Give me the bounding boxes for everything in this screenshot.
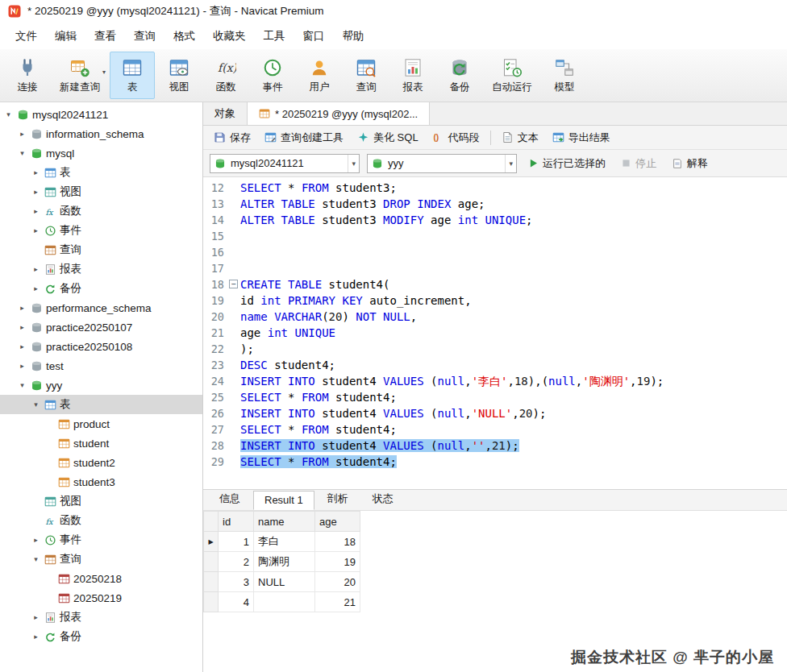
tree-expand-arrow[interactable]: ▾ (17, 381, 27, 389)
grid-cell[interactable]: 陶渊明 (254, 552, 315, 572)
tree-item[interactable]: ▸备份 (0, 627, 202, 646)
result-tab[interactable]: 剖析 (316, 488, 360, 510)
grid-cell[interactable]: 19 (315, 552, 360, 572)
tree-item[interactable]: ▸practice20250107 (0, 317, 202, 337)
toolbar-button[interactable]: 查询 (344, 52, 389, 99)
tree-item[interactable]: ▾查询 (0, 550, 202, 569)
editor-line[interactable]: 26INSERT INTO student4 VALUES (null,'NUL… (203, 405, 787, 421)
tree-item[interactable]: product (0, 414, 202, 433)
tree-expand-arrow[interactable]: ▸ (31, 265, 41, 273)
menu-item[interactable]: 格式 (164, 25, 204, 48)
grid-column-header[interactable]: age (315, 512, 360, 532)
toolbar-button[interactable]: 模型 (542, 52, 587, 99)
tree-expand-arrow[interactable]: ▾ (3, 110, 14, 118)
toolbar-button[interactable]: 备份 (437, 52, 482, 99)
tree-item[interactable]: ▸备份 (0, 279, 202, 298)
editor-line[interactable]: 28INSERT INTO student4 VALUES (null,'',2… (203, 438, 787, 454)
menu-item[interactable]: 文件 (6, 25, 46, 48)
tree-item[interactable]: ▾表 (0, 395, 202, 414)
query-toolbar-button[interactable]: 文本 (495, 127, 545, 148)
menu-item[interactable]: 帮助 (334, 25, 373, 48)
tree-expand-arrow[interactable]: ▾ (17, 149, 27, 157)
query-toolbar-button[interactable]: 美化 SQL (351, 127, 425, 148)
editor-line[interactable]: 13ALTER TABLE student3 DROP INDEX age; (203, 196, 787, 212)
toolbar-button[interactable]: 事件 (250, 52, 295, 99)
tree-expand-arrow[interactable]: ▸ (31, 226, 41, 234)
tree-expand-arrow[interactable]: ▸ (31, 613, 41, 621)
connection-select[interactable]: mysql20241121 ▾ (210, 154, 360, 173)
tree-item[interactable]: ▸performance_schema (0, 298, 202, 317)
editor-line[interactable]: 12SELECT * FROM student3; (203, 180, 787, 196)
tree-item[interactable]: student3 (0, 472, 202, 492)
tree-item[interactable]: 查询 (0, 240, 202, 259)
editor-line[interactable]: 17 (203, 260, 787, 276)
tree-item[interactable]: ▾mysql20241121 (0, 105, 202, 124)
chevron-down-icon[interactable]: ▾ (102, 68, 106, 76)
document-tab[interactable]: 对象 (203, 102, 248, 125)
result-tab[interactable]: 状态 (361, 488, 405, 510)
toolbar-button[interactable]: 连接 (5, 52, 50, 99)
run-selected-button[interactable]: 运行已选择的 (524, 154, 610, 173)
database-select[interactable]: yyy ▾ (367, 154, 517, 173)
editor-line[interactable]: 19id int PRIMARY KEY auto_increment, (203, 292, 787, 309)
tree-item[interactable]: fx函数 (0, 511, 202, 530)
document-tab[interactable]: * 20250219 @yyy (mysql202... (248, 102, 430, 125)
tree-item[interactable]: 视图 (0, 492, 202, 511)
grid-column-header[interactable]: name (254, 512, 315, 532)
stop-button[interactable]: 停止 (617, 154, 660, 173)
query-toolbar-button[interactable]: 查询创建工具 (258, 127, 350, 148)
toolbar-button[interactable]: 报表 (390, 52, 435, 99)
tree-expand-arrow[interactable]: ▸ (31, 168, 41, 176)
tree-expand-arrow[interactable]: ▸ (31, 207, 41, 215)
tree-item[interactable]: ▸practice20250108 (0, 337, 202, 356)
tree-item[interactable]: ▸视图 (0, 182, 202, 201)
editor-line[interactable]: 25SELECT * FROM student4; (203, 389, 787, 405)
tree-expand-arrow[interactable]: ▸ (17, 130, 27, 138)
tree-item[interactable]: ▸test (0, 356, 202, 375)
tree-expand-arrow[interactable]: ▸ (17, 362, 27, 370)
grid-cell[interactable]: 18 (315, 532, 360, 552)
grid-cell[interactable]: 李白 (254, 532, 315, 552)
menu-item[interactable]: 收藏夹 (204, 25, 255, 48)
editor-line[interactable]: 20name VARCHAR(20) NOT NULL, (203, 309, 787, 325)
tree-expand-arrow[interactable]: ▸ (17, 304, 27, 312)
editor-line[interactable]: 18−CREATE TABLE student4( (203, 276, 787, 292)
tree-expand-arrow[interactable]: ▸ (31, 188, 41, 196)
grid-row[interactable]: ▶1李白18 (204, 532, 360, 552)
tree-item[interactable]: ▸事件 (0, 221, 202, 240)
query-toolbar-button[interactable]: 导出结果 (546, 127, 617, 148)
tree-expand-arrow[interactable]: ▾ (31, 555, 41, 563)
grid-row[interactable]: 421 (204, 592, 360, 612)
grid-row[interactable]: 3NULL20 (204, 572, 360, 592)
toolbar-button[interactable]: 新建查询▾ (52, 52, 108, 99)
tree-item[interactable]: ▸报表 (0, 259, 202, 279)
grid-cell[interactable] (254, 592, 315, 612)
grid-cell[interactable]: 20 (315, 572, 360, 592)
toolbar-button[interactable]: 表 (110, 52, 155, 99)
editor-line[interactable]: 22); (203, 341, 787, 357)
tree-item[interactable]: ▸information_schema (0, 124, 202, 143)
tree-item[interactable]: 20250218 (0, 569, 202, 588)
tree-expand-arrow[interactable]: ▸ (17, 342, 27, 351)
query-toolbar-button[interactable]: ()代码段 (426, 127, 486, 148)
tree-expand-arrow[interactable]: ▸ (31, 536, 41, 544)
tree-item[interactable]: ▸事件 (0, 530, 202, 550)
result-tab[interactable]: 信息 (208, 488, 252, 510)
tree-item[interactable]: ▾yyy (0, 375, 202, 395)
menu-item[interactable]: 查看 (85, 25, 125, 48)
menu-item[interactable]: 工具 (255, 25, 294, 48)
grid-column-header[interactable]: id (219, 512, 254, 532)
tree-item[interactable]: student2 (0, 453, 202, 472)
editor-line[interactable]: 27SELECT * FROM student4; (203, 421, 787, 438)
grid-cell[interactable]: 2 (219, 552, 254, 572)
explain-button[interactable]: 解释 (668, 154, 712, 173)
tree-expand-arrow[interactable]: ▸ (17, 323, 27, 331)
tree-item[interactable]: ▸报表 (0, 608, 202, 627)
tree-item[interactable]: student (0, 433, 202, 453)
grid-row[interactable]: 2陶渊明19 (204, 552, 360, 572)
editor-line[interactable]: 16 (203, 244, 787, 260)
query-toolbar-button[interactable]: 保存 (207, 127, 257, 148)
tree-expand-arrow[interactable]: ▸ (31, 284, 41, 292)
menu-item[interactable]: 查询 (125, 25, 164, 48)
fold-collapse-icon[interactable]: − (229, 280, 238, 288)
